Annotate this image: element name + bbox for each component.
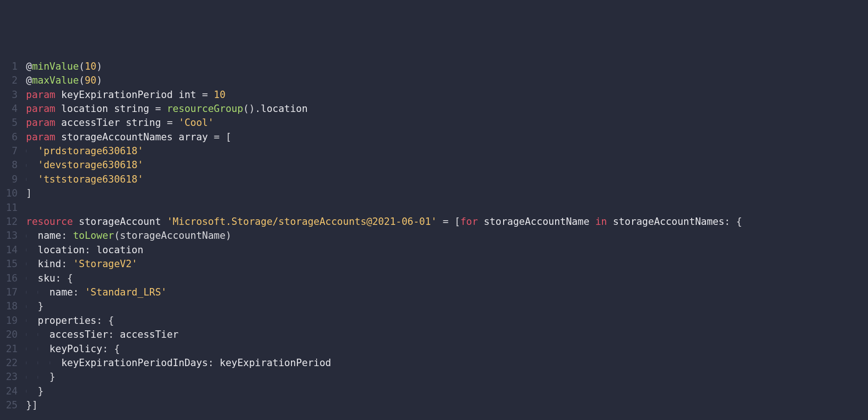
code-line[interactable]: 'tststorage630618' [26, 172, 868, 186]
token-prop: sku [38, 271, 55, 285]
token-op: : [84, 243, 96, 257]
code-line[interactable]: } [26, 299, 868, 313]
token-op: = [161, 116, 179, 130]
code-line[interactable]: accessTier: accessTier [26, 328, 868, 341]
line-number: 5 [0, 116, 18, 130]
token-prop: location [38, 243, 84, 257]
code-line[interactable]: properties: { [26, 314, 868, 328]
token-type: int [179, 88, 196, 102]
token-kw: in [595, 215, 607, 229]
code-line[interactable]: sku: { [26, 271, 868, 285]
token-str: 'Standard_LRS' [84, 285, 167, 299]
code-line[interactable]: keyPolicy: { [26, 342, 868, 356]
token-deco: minValue [32, 59, 79, 73]
line-number: 20 [0, 328, 18, 341]
token-ident: accessTier [120, 328, 178, 341]
code-line[interactable]: param storageAccountNames array = [ [26, 130, 868, 144]
token-op: } [50, 370, 56, 384]
token-ident: storageAccount [73, 215, 167, 229]
token-ident: storageAccountName [478, 215, 596, 229]
line-number-gutter: 1234567891011121314151617181920212223242… [0, 59, 26, 420]
code-line[interactable]: kind: 'StorageV2' [26, 257, 868, 271]
line-number: 18 [0, 299, 18, 313]
code-line[interactable]: 'devstorage630618' [26, 158, 868, 172]
line-number: 17 [0, 285, 18, 299]
token-op: : [208, 356, 220, 370]
token-op: (). [243, 102, 261, 116]
code-editor[interactable]: 1234567891011121314151617181920212223242… [0, 57, 868, 420]
token-paren: ( [79, 73, 85, 87]
token-ident: location [97, 243, 143, 257]
line-number: 13 [0, 229, 18, 243]
token-ident: keyExpirationPeriod [220, 356, 331, 370]
line-number: 6 [0, 130, 18, 144]
token-ident: storageAccountNames [55, 130, 179, 144]
code-line[interactable]: } [26, 370, 868, 384]
code-line[interactable]: ] [26, 186, 868, 200]
token-fn: resourceGroup [167, 102, 243, 116]
token-at: @ [26, 73, 32, 87]
code-line[interactable]: location: location [26, 243, 868, 257]
token-type: array [179, 130, 208, 144]
token-ident: location [55, 102, 114, 116]
token-kw: param [26, 130, 55, 144]
token-op: : { [725, 215, 742, 229]
token-paren: ) [97, 59, 103, 73]
token-paren: (storageAccountName) [114, 229, 232, 243]
code-line[interactable]: 'prdstorage630618' [26, 144, 868, 158]
token-prop: name [38, 229, 61, 243]
token-num: 10 [84, 59, 96, 73]
token-kw: for [460, 215, 478, 229]
code-line[interactable]: param location string = resourceGroup().… [26, 102, 868, 116]
code-line[interactable]: param accessTier string = 'Cool' [26, 116, 868, 130]
code-line[interactable]: @maxValue(90) [26, 73, 868, 87]
token-str: 'StorageV2' [73, 257, 137, 271]
token-op: : [73, 285, 84, 299]
line-number: 21 [0, 342, 18, 356]
token-kw: param [26, 116, 55, 130]
code-line[interactable]: }] [26, 398, 868, 412]
code-line[interactable]: } [26, 384, 868, 398]
code-line[interactable]: @minValue(10) [26, 59, 868, 73]
token-op: : { [102, 342, 120, 356]
token-ident: accessTier [55, 116, 126, 130]
token-at: @ [26, 59, 32, 73]
token-num: 90 [84, 73, 96, 87]
token-op: }] [26, 398, 38, 412]
code-line[interactable]: name: toLower(storageAccountName) [26, 229, 868, 243]
line-number: 11 [0, 201, 18, 215]
token-type: string [114, 102, 149, 116]
code-line[interactable] [26, 201, 868, 215]
line-number: 16 [0, 271, 18, 285]
token-str: 'Microsoft.Storage/storageAccounts@2021-… [167, 215, 437, 229]
line-number: 1 [0, 59, 18, 73]
code-area[interactable]: @minValue(10)@maxValue(90)param keyExpir… [26, 59, 868, 420]
token-num: 10 [214, 88, 226, 102]
token-prop: keyPolicy [50, 342, 103, 356]
line-number: 15 [0, 257, 18, 271]
line-number: 8 [0, 158, 18, 172]
line-number: 10 [0, 186, 18, 200]
token-deco: maxValue [32, 73, 79, 87]
line-number: 9 [0, 172, 18, 186]
token-type: string [126, 116, 161, 130]
code-line[interactable]: name: 'Standard_LRS' [26, 285, 868, 299]
line-number: 22 [0, 356, 18, 370]
line-number: 19 [0, 314, 18, 328]
token-ident: storageAccountNames [607, 215, 725, 229]
token-op: = [ [208, 130, 232, 144]
token-str: 'prdstorage630618' [38, 144, 143, 158]
token-op: : { [55, 271, 73, 285]
token-str: 'tststorage630618' [38, 172, 143, 186]
token-op: : [61, 229, 73, 243]
line-number: 4 [0, 102, 18, 116]
token-kw: param [26, 102, 55, 116]
token-kw: resource [26, 215, 73, 229]
code-line[interactable]: resource storageAccount 'Microsoft.Stora… [26, 215, 868, 229]
line-number: 3 [0, 88, 18, 102]
line-number: 2 [0, 73, 18, 87]
token-ident: keyExpirationPeriod [55, 88, 179, 102]
line-number: 24 [0, 384, 18, 398]
code-line[interactable]: keyExpirationPeriodInDays: keyExpiration… [26, 356, 868, 370]
code-line[interactable]: param keyExpirationPeriod int = 10 [26, 88, 868, 102]
